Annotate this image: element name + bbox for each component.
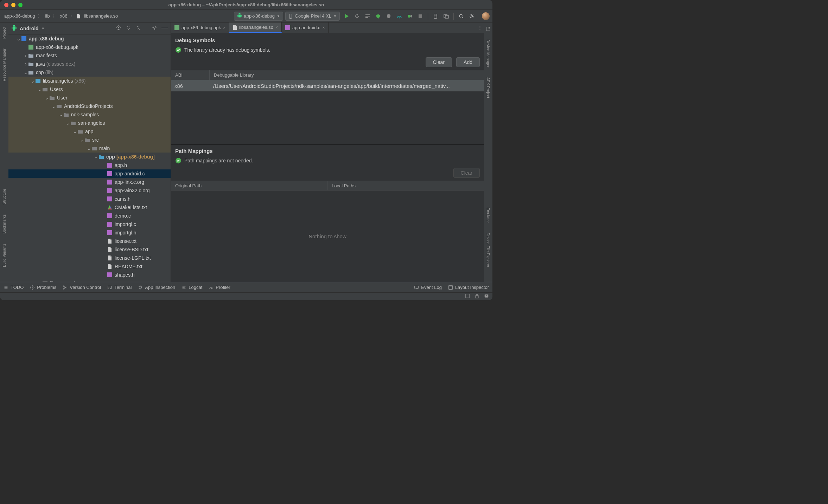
bb-terminal[interactable]: Terminal — [107, 285, 132, 290]
collapse-all-icon[interactable] — [135, 25, 141, 32]
tree-file-app-win32[interactable]: app-win32.c.org — [8, 186, 171, 195]
close-icon[interactable]: × — [322, 25, 325, 30]
settings-icon[interactable] — [469, 13, 475, 19]
bb-app-inspection[interactable]: App Inspection — [138, 285, 175, 290]
rail-resource-manager[interactable]: Resource Manager — [1, 46, 7, 84]
ide-errors-icon[interactable] — [484, 293, 489, 299]
tree-file-importglh[interactable]: importgl.h — [8, 228, 171, 237]
attach-debugger-icon[interactable] — [407, 13, 413, 19]
tree-manifests[interactable]: › manifests — [8, 51, 171, 60]
close-icon[interactable]: × — [223, 25, 225, 30]
svg-rect-18 — [36, 79, 40, 83]
add-button[interactable]: Add — [456, 57, 480, 67]
tree-app[interactable]: ⌄ app — [8, 127, 171, 136]
window-maximize[interactable] — [18, 3, 23, 7]
device-selector[interactable]: Google Pixel 4 XL ▼ — [285, 12, 340, 21]
hide-panel-icon[interactable]: — — [161, 25, 168, 32]
tree-file-democ[interactable]: demo.c — [8, 212, 171, 220]
tree-users[interactable]: ⌄ Users — [8, 85, 171, 93]
run-config-selector[interactable]: app-x86-debug ▼ — [234, 12, 283, 21]
bb-layout-inspector[interactable]: Layout Inspector — [448, 285, 489, 290]
tree-java[interactable]: › java (classes.dex) — [8, 60, 171, 68]
tree-file-shapesh[interactable]: shapes.h — [8, 271, 171, 279]
bb-version-control[interactable]: Version Control — [63, 285, 101, 290]
locate-icon[interactable] — [116, 25, 121, 32]
gear-icon[interactable] — [152, 25, 157, 32]
tab-libsanangeles[interactable]: libsanangeles.so × — [229, 22, 282, 33]
rail-structure[interactable]: Structure — [1, 187, 7, 207]
rail-build-variants[interactable]: Build Variants — [1, 241, 7, 269]
bb-logcat[interactable]: Logcat — [181, 285, 202, 290]
branch-icon — [63, 285, 68, 290]
lock-icon[interactable] — [475, 293, 479, 299]
user-avatar[interactable] — [482, 12, 490, 20]
tree-cpp[interactable]: ⌄ cpp (lib) — [8, 68, 171, 77]
traffic-lights — [0, 3, 23, 7]
path-mappings-title: Path Mappings — [171, 148, 484, 157]
tab-apk[interactable]: app-x86-debug.apk × — [171, 22, 229, 33]
rail-emulator[interactable]: Emulator — [485, 205, 491, 225]
terminal-icon — [107, 285, 112, 290]
project-tree[interactable]: ⌄ app-x86-debug app-x86-debug.apk › mani… — [8, 34, 171, 282]
tree-user[interactable]: ⌄ User — [8, 93, 171, 102]
window-close[interactable] — [4, 3, 8, 7]
profiler-icon[interactable] — [396, 13, 402, 19]
tree-apk[interactable]: app-x86-debug.apk — [8, 43, 171, 51]
separator — [453, 13, 454, 20]
apply-code-changes-icon[interactable] — [364, 13, 371, 19]
bb-profiler[interactable]: Profiler — [209, 285, 230, 290]
project-view-label[interactable]: Android — [20, 26, 39, 31]
tree-file-license-lgpl[interactable]: license-LGPL.txt — [8, 254, 171, 262]
search-everywhere-icon[interactable] — [458, 13, 464, 19]
tree-file-cmake[interactable]: CMakeLists.txt — [8, 203, 171, 212]
crumb-lib[interactable]: lib — [44, 13, 51, 19]
stop-button[interactable] — [417, 13, 423, 19]
rail-device-file-explorer[interactable]: Device File Explorer — [485, 231, 491, 269]
breadcrumbs: app-x86-debug 〉 lib 〉 x86 〉 libsanangele… — [3, 13, 119, 19]
tree-root[interactable]: ⌄ app-x86-debug — [8, 34, 171, 43]
tree-asp[interactable]: ⌄ AndroidStudioProjects — [8, 102, 171, 110]
clear-button[interactable]: Clear — [426, 57, 452, 67]
tree-main[interactable]: ⌄ main — [8, 144, 171, 153]
debug-button[interactable] — [375, 13, 381, 19]
tree-file-apph[interactable]: app.h — [8, 161, 171, 169]
avd-manager-icon[interactable] — [443, 13, 449, 19]
tabs-menu-icon[interactable]: ⋮ — [476, 22, 484, 33]
debug-symbols-row[interactable]: x86 /Users/User/AndroidStudioProjects/nd… — [171, 80, 484, 91]
tree-file-license-bsd[interactable]: license-BSD.txt — [8, 245, 171, 254]
tree-file-readme[interactable]: README.txt — [8, 262, 171, 271]
tree-file-license[interactable]: license.txt — [8, 237, 171, 245]
tree-file-app-linx[interactable]: app-linx.c.org — [8, 178, 171, 186]
tree-src[interactable]: ⌄ src — [8, 136, 171, 144]
tree-file-app-android-c[interactable]: app-android.c — [8, 169, 171, 178]
sync-gradle-icon[interactable] — [432, 13, 439, 19]
rail-bookmarks[interactable]: Bookmarks — [1, 212, 7, 236]
tab-app-android-c[interactable]: app-android.c × — [282, 22, 329, 33]
tree-file-libso[interactable]: libsanangeles.so — [8, 279, 171, 282]
notifications-icon[interactable] — [485, 26, 491, 32]
window-minimize[interactable] — [11, 3, 15, 7]
crumb-file[interactable]: libsanangeles.so — [82, 13, 119, 19]
expand-all-icon[interactable] — [126, 25, 131, 32]
bb-problems[interactable]: Problems — [30, 285, 56, 290]
device-label: Google Pixel 4 XL — [295, 13, 331, 19]
rail-apk-project[interactable]: APK Project — [485, 75, 491, 100]
indexing-icon[interactable] — [465, 293, 470, 299]
tree-file-camsh[interactable]: cams.h — [8, 195, 171, 203]
apply-changes-icon[interactable] — [354, 13, 360, 19]
rail-project[interactable]: Project — [1, 25, 7, 41]
close-icon[interactable]: × — [275, 25, 278, 30]
tree-file-importglc[interactable]: importgl.c — [8, 220, 171, 228]
rail-device-manager[interactable]: Device Manager — [485, 37, 491, 70]
tree-san-angeles[interactable]: ⌄ san-angeles — [8, 119, 171, 127]
coverage-icon[interactable] — [386, 13, 392, 19]
tree-cpp-module[interactable]: ⌄ cpp [app-x86-debug] — [8, 153, 171, 161]
bb-todo[interactable]: TODO — [4, 285, 24, 290]
tree-libsanangeles[interactable]: ⌄ libsanangeles (x86) — [8, 77, 171, 85]
crumb-project[interactable]: app-x86-debug — [3, 13, 36, 19]
crumb-x86[interactable]: x86 — [58, 13, 69, 19]
run-button[interactable] — [343, 13, 350, 19]
tree-ndk-samples[interactable]: ⌄ ndk-samples — [8, 110, 171, 119]
bb-event-log[interactable]: Event Log — [414, 285, 442, 290]
path-mappings-status: Path mappings are not needed. — [171, 157, 484, 168]
